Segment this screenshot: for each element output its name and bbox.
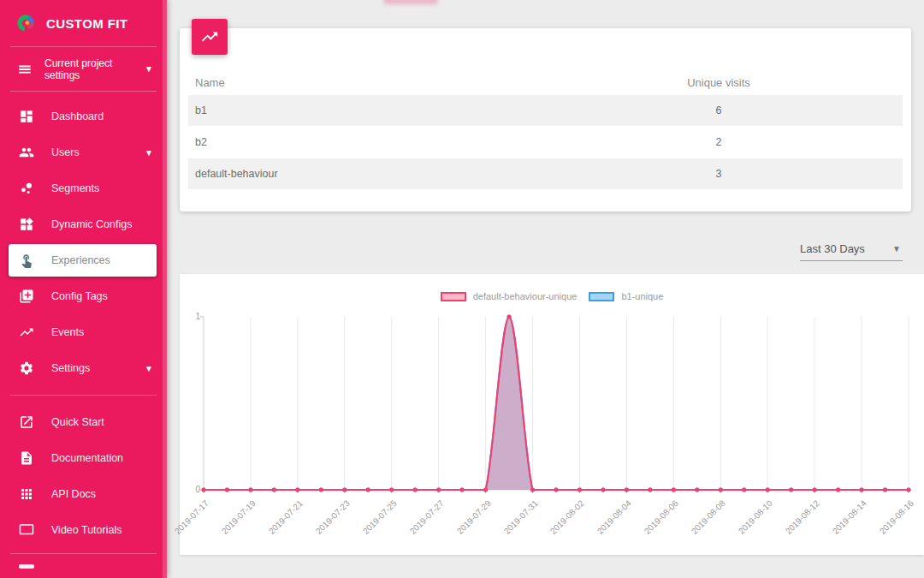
x-axis-tick-label: 2019-08-06: [643, 498, 680, 536]
sidebar-item-experiences[interactable]: Experiences: [9, 244, 157, 277]
sidebar-item-quick-start[interactable]: Quick Start: [0, 404, 167, 440]
sidebar-item-label: Quick Start: [51, 416, 104, 428]
chart-legend: default-behaviour-unique b1-unique: [180, 274, 924, 301]
x-axis-tick-label: 2019-07-29: [454, 498, 492, 536]
legend-swatch-pink: [441, 292, 466, 301]
sidebar-item-label: Experiences: [51, 254, 110, 266]
chart-tile: [192, 19, 228, 55]
sidebar-item-dashboard[interactable]: Dashboard: [0, 98, 167, 134]
table-row[interactable]: default-behaviour 3: [188, 158, 903, 189]
sidebar-menu: Dashboard Users ▼ Segments Dynamic Confi…: [0, 92, 167, 569]
area-chart: [204, 317, 909, 490]
sidebar-item-label: Users: [51, 146, 80, 158]
cell-name: b1: [188, 104, 535, 116]
brand-title: CUSTOM FIT: [46, 16, 127, 31]
quick-start-icon: [19, 414, 34, 430]
x-axis-tick-label: 2019-07-21: [267, 498, 305, 536]
sidebar-item-label: API Docs: [51, 488, 96, 500]
legend-item-b1-unique[interactable]: b1-unique: [589, 291, 663, 301]
project-selector-label: Current project settings: [44, 57, 145, 81]
chart-plot-area[interactable]: 2019-07-172019-07-192019-07-212019-07-23…: [180, 305, 924, 545]
sidebar-item-label: Config Tags: [51, 290, 108, 302]
sidebar-item-config-tags[interactable]: Config Tags: [0, 278, 167, 314]
y-axis-tick-label: 0: [181, 485, 200, 494]
x-axis-tick-label: 2019-08-14: [831, 498, 868, 536]
chart-card: default-behaviour-unique b1-unique 2019-…: [180, 274, 924, 555]
sidebar-item-label: Events: [51, 326, 84, 338]
sidebar-item-video-tutorials[interactable]: Video Tutorials: [0, 512, 167, 548]
trending-up-icon: [200, 27, 219, 46]
date-range-value: Last 30 Days: [800, 242, 865, 255]
sidebar: CUSTOM FIT Current project settings ▼ Da…: [0, 0, 167, 578]
x-axis-tick-label: 2019-07-25: [361, 498, 399, 536]
x-axis-tick-label: 2019-07-31: [501, 498, 539, 536]
legend-label: b1-unique: [621, 291, 663, 301]
sidebar-item-label: Documentation: [51, 452, 123, 464]
dynamic-configs-icon: [19, 217, 34, 232]
partially-visible-icon: [19, 564, 34, 569]
cell-unique-visits: 6: [535, 104, 903, 116]
cell-unique-visits: 2: [535, 136, 903, 148]
custom-fit-logo-icon: [15, 13, 36, 33]
x-axis-tick-label: 2019-08-04: [595, 498, 633, 536]
sidebar-item-dynamic-configs[interactable]: Dynamic Configs: [0, 206, 167, 242]
sidebar-item-label: Segments: [51, 182, 99, 194]
segments-icon: [19, 181, 34, 196]
chevron-down-icon: ▼: [145, 64, 153, 74]
x-axis-tick-label: 2019-07-27: [407, 498, 445, 536]
x-axis-tick-label: 2019-07-23: [314, 498, 352, 536]
chevron-down-icon: ▼: [145, 364, 153, 373]
video-tutorials-icon: [19, 522, 34, 538]
x-axis-tick-label: 2019-07-17: [173, 498, 210, 536]
date-range-select[interactable]: Last 30 Days ▼: [800, 242, 903, 261]
sidebar-item-label: Video Tutorials: [51, 524, 121, 536]
table-row[interactable]: b2 2: [188, 127, 903, 158]
legend-label: default-behaviour-unique: [473, 291, 578, 301]
table-body: b1 6 b2 2 default-behaviour 3: [180, 95, 911, 189]
scrolled-out-element: [383, 0, 438, 4]
sidebar-item-label: Dashboard: [51, 110, 104, 122]
sidebar-item-label: Settings: [51, 362, 90, 374]
x-axis-tick-label: 2019-08-16: [878, 498, 915, 536]
sidebar-item-segments[interactable]: Segments: [0, 170, 167, 206]
config-tags-icon: [19, 289, 34, 304]
dashboard-icon: [19, 109, 34, 124]
column-header-unique-visits: Unique visits: [535, 76, 903, 89]
x-axis-tick-label: 2019-08-08: [690, 498, 727, 536]
experiences-icon: [19, 253, 34, 268]
main-content: Name Unique visits b1 6 b2 2 default-beh…: [167, 0, 924, 578]
table-row[interactable]: b1 6: [188, 95, 903, 126]
sidebar-item-api-docs[interactable]: API Docs: [0, 476, 167, 512]
table-header: Name Unique visits: [180, 69, 911, 95]
cell-unique-visits: 3: [535, 168, 903, 180]
project-selector[interactable]: Current project settings ▼: [0, 47, 167, 91]
api-docs-icon: [19, 486, 34, 502]
x-axis-tick-label: 2019-08-02: [548, 498, 586, 536]
cell-name: b2: [188, 136, 535, 148]
documentation-icon: [19, 450, 34, 466]
divider: [10, 553, 157, 554]
brand: CUSTOM FIT: [0, 0, 167, 46]
cell-name: default-behaviour: [188, 168, 535, 180]
settings-icon: [19, 361, 34, 376]
users-icon: [19, 145, 34, 160]
sidebar-item-label: Dynamic Configs: [51, 218, 132, 230]
sidebar-item-settings[interactable]: Settings ▼: [0, 350, 167, 386]
events-icon: [19, 325, 34, 340]
unique-visits-card: Name Unique visits b1 6 b2 2 default-beh…: [180, 28, 911, 212]
legend-item-default-behaviour-unique[interactable]: default-behaviour-unique: [441, 291, 578, 301]
column-header-name: Name: [188, 76, 535, 89]
x-axis-tick-label: 2019-08-10: [737, 498, 774, 536]
sidebar-item-events[interactable]: Events: [0, 314, 167, 350]
chevron-down-icon: ▼: [892, 244, 901, 253]
x-axis-tick-label: 2019-07-19: [220, 498, 258, 536]
chevron-down-icon: ▼: [145, 148, 153, 158]
sidebar-item-users[interactable]: Users ▼: [0, 134, 167, 170]
x-axis-tick-label: 2019-08-12: [784, 498, 821, 536]
hamburger-menu-icon: [17, 62, 33, 77]
y-axis-tick-label: 1: [181, 312, 200, 321]
legend-swatch-blue: [589, 292, 614, 301]
sidebar-item-documentation[interactable]: Documentation: [0, 440, 167, 476]
